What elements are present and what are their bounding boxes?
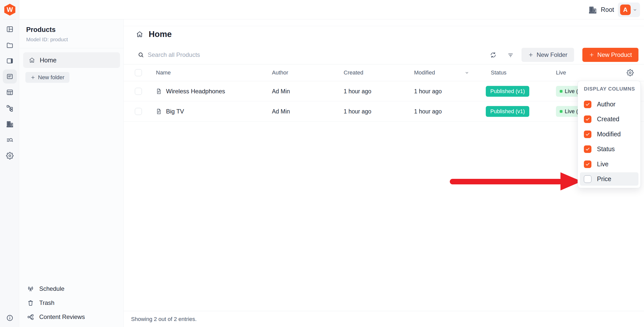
form-builder-icon[interactable] (3, 54, 17, 68)
sidebar-footer-nav: Schedule Trash Content Reviews (20, 282, 124, 324)
menu-item-modified[interactable]: Modified (580, 128, 638, 141)
tenant-name: Root (601, 6, 614, 13)
new-folder-button[interactable]: New Folder (521, 48, 574, 62)
table-row[interactable]: Wireless Headphones Ad Min 1 hour ago 1 … (124, 81, 644, 101)
model-header: Products Model ID: product (20, 19, 124, 48)
new-product-button[interactable]: New Product (582, 48, 638, 62)
entry-modified: 1 hour ago (414, 88, 442, 95)
plus-icon (589, 52, 594, 58)
model-title: Products (26, 26, 117, 34)
workflow-icon[interactable] (3, 101, 17, 115)
folders-icon[interactable] (3, 38, 17, 52)
row-checkbox[interactable] (135, 108, 142, 115)
checkbox-checked[interactable] (584, 115, 591, 123)
column-header-live: Live (556, 69, 566, 76)
main-content: Home New Folder New Product (124, 19, 644, 327)
app-root: W (0, 0, 644, 327)
menu-item-live[interactable]: Live (580, 157, 638, 171)
column-header-author: Author (272, 69, 288, 76)
user-menu[interactable]: A (618, 3, 640, 17)
status-badge: Published (v1) (486, 106, 529, 117)
search-icon (138, 52, 144, 58)
model-id: Model ID: product (26, 36, 117, 43)
entries-count: Showing 2 out of 2 entries. (131, 316, 197, 322)
plus-icon (30, 75, 35, 80)
search-input[interactable] (148, 48, 374, 62)
sort-chevron-icon[interactable] (464, 70, 469, 75)
icon-rail: W (0, 0, 19, 327)
home-icon (136, 30, 143, 38)
live-dot (560, 110, 562, 113)
content-reviews-label: Content Reviews (39, 313, 85, 320)
avatar: A (620, 5, 631, 15)
sidebar-item-home[interactable]: Home (23, 52, 120, 68)
checkbox-checked[interactable] (584, 101, 591, 108)
entry-name: Wireless Headphones (166, 88, 225, 95)
table-header: Name Author Created Modified Status Live (124, 64, 644, 81)
checkbox-unchecked[interactable] (584, 175, 591, 183)
sidebar: Products Model ID: product Home New fold… (20, 19, 124, 327)
trash-icon (27, 300, 34, 306)
cms-models-icon[interactable] (3, 85, 17, 99)
sidebar-home-label: Home (40, 57, 57, 64)
content-top-divider (124, 26, 644, 26)
menu-item-author[interactable]: Author (580, 98, 638, 111)
webiny-logo[interactable]: W (4, 4, 15, 16)
checkbox-checked[interactable] (584, 131, 591, 138)
info-icon[interactable] (3, 311, 17, 325)
toolbar: New Folder New Product (124, 48, 644, 62)
new-folder-label: New folder (38, 74, 64, 81)
menu-title: DISPLAY COLUMNS (584, 86, 635, 92)
page-builder-icon[interactable] (3, 22, 17, 36)
tenants-icon[interactable] (3, 117, 17, 131)
logo-letter: W (7, 6, 13, 14)
entry-author: Ad Min (272, 108, 290, 115)
entry-created: 1 hour ago (344, 108, 371, 115)
refresh-button[interactable] (488, 49, 499, 60)
column-header-created: Created (344, 69, 363, 76)
menu-item-price[interactable]: Price (580, 172, 638, 186)
content-reviews-icon (27, 314, 34, 320)
document-icon (155, 108, 162, 115)
select-all-checkbox[interactable] (135, 69, 142, 76)
entry-created: 1 hour ago (344, 88, 371, 95)
sidebar-item-schedule[interactable]: Schedule (20, 282, 124, 296)
column-header-name: Name (156, 69, 171, 76)
sidebar-new-folder-button[interactable]: New folder (25, 72, 69, 83)
cms-entries-icon[interactable] (3, 69, 17, 84)
settings-gear-icon[interactable] (3, 149, 17, 163)
display-columns-menu: DISPLAY COLUMNS Author Created Modified … (578, 81, 641, 188)
schedule-label: Schedule (39, 285, 64, 292)
column-header-modified: Modified (414, 69, 435, 76)
document-icon (155, 88, 162, 95)
top-bar: Root A (19, 0, 644, 19)
menu-item-created[interactable]: Created (580, 112, 638, 126)
sidebar-item-trash[interactable]: Trash (20, 296, 124, 310)
plus-icon (528, 52, 534, 58)
entry-name: Big TV (166, 108, 184, 115)
broadcast-icon (27, 285, 34, 292)
column-settings-gear-icon[interactable] (627, 69, 634, 76)
checkbox-checked[interactable] (584, 145, 591, 153)
page-header: Home (136, 29, 172, 39)
table-row[interactable]: Big TV Ad Min 1 hour ago 1 hour ago Publ… (124, 101, 644, 121)
row-checkbox[interactable] (135, 88, 142, 95)
trash-label: Trash (39, 299, 54, 306)
rail-divider (3, 19, 16, 19)
sidebar-item-content-reviews[interactable]: Content Reviews (20, 310, 124, 324)
column-header-status: Status (491, 69, 506, 76)
entry-author: Ad Min (272, 88, 290, 95)
live-dot (560, 90, 562, 93)
tenant-building-icon (588, 6, 597, 14)
page-title: Home (149, 29, 172, 39)
filter-button[interactable] (505, 49, 516, 60)
audit-logs-icon[interactable] (3, 133, 17, 147)
home-icon (29, 57, 35, 63)
checkbox-checked[interactable] (584, 160, 591, 168)
table-footer: Showing 2 out of 2 entries. (124, 311, 644, 327)
chevron-down-icon (632, 7, 637, 12)
menu-item-status[interactable]: Status (580, 142, 638, 156)
status-badge: Published (v1) (486, 86, 529, 97)
entry-modified: 1 hour ago (414, 108, 442, 115)
